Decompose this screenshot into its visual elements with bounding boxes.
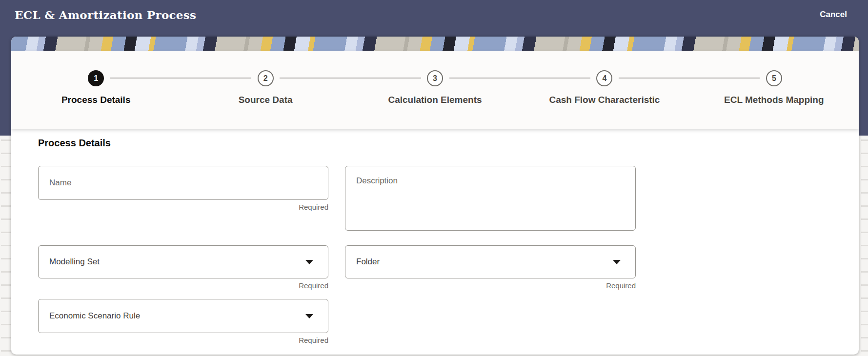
step-4-badge: 4	[596, 70, 612, 86]
dropdown-arrow-icon	[305, 260, 313, 264]
app-header: ECL & Amortization Process Cancel	[0, 0, 868, 29]
page-title: ECL & Amortization Process	[15, 8, 196, 21]
stepper-step-ecl-methods-mapping[interactable]: 5 ECL Methods Mapping	[689, 51, 859, 129]
name-input[interactable]	[38, 166, 328, 200]
wizard-stepper: 1 Process Details 2 Source Data 3 Calcul…	[11, 51, 859, 129]
step-number: 1	[94, 74, 98, 83]
dropdown-arrow-icon	[305, 314, 313, 318]
description-textarea[interactable]	[345, 166, 636, 231]
stepper-step-process-details[interactable]: 1 Process Details	[11, 51, 181, 129]
description-field-group	[345, 166, 636, 233]
required-hint: Required	[38, 281, 328, 290]
cancel-button[interactable]: Cancel	[820, 10, 847, 20]
required-hint: Required	[38, 336, 328, 344]
dropdown-arrow-icon	[613, 260, 621, 264]
step-label: ECL Methods Mapping	[689, 95, 859, 105]
decorative-banner-pattern	[11, 37, 859, 51]
name-field-group: Required	[38, 166, 328, 211]
folder-select[interactable]: Folder	[345, 245, 636, 278]
wizard-card: 1 Process Details 2 Source Data 3 Calcul…	[11, 37, 859, 355]
step-label: Process Details	[11, 95, 181, 105]
step-label: Calculation Elements	[350, 95, 520, 105]
required-hint: Required	[345, 281, 636, 290]
step-2-badge: 2	[258, 70, 274, 86]
step-5-badge: 5	[766, 70, 782, 86]
required-hint: Required	[38, 203, 328, 211]
step-number: 5	[772, 74, 776, 83]
economic-scenario-rule-select[interactable]: Economic Scenario Rule	[38, 299, 328, 333]
select-placeholder: Economic Scenario Rule	[49, 311, 140, 321]
select-placeholder: Modelling Set	[49, 257, 100, 267]
stepper-step-source-data[interactable]: 2 Source Data	[181, 51, 350, 129]
modelling-set-select[interactable]: Modelling Set	[38, 245, 328, 278]
modelling-set-field-group: Modelling Set Required	[38, 245, 328, 290]
economic-scenario-rule-field-group: Economic Scenario Rule Required	[38, 299, 328, 344]
step-number: 3	[433, 74, 437, 83]
stepper-step-cash-flow-characteristic[interactable]: 4 Cash Flow Characteristic	[520, 51, 689, 129]
step-1-badge: 1	[88, 70, 104, 86]
background-page-remnant-left	[1, 137, 11, 356]
step-label: Source Data	[181, 95, 350, 105]
section-title: Process Details	[38, 137, 111, 149]
background-page-remnant-right	[861, 137, 868, 356]
step-number: 2	[263, 74, 268, 83]
stepper-step-calculation-elements[interactable]: 3 Calculation Elements	[350, 51, 520, 129]
step-3-badge: 3	[427, 70, 443, 86]
select-placeholder: Folder	[356, 257, 380, 267]
step-number: 4	[602, 74, 606, 83]
folder-field-group: Folder Required	[345, 245, 636, 290]
step-label: Cash Flow Characteristic	[520, 95, 689, 105]
